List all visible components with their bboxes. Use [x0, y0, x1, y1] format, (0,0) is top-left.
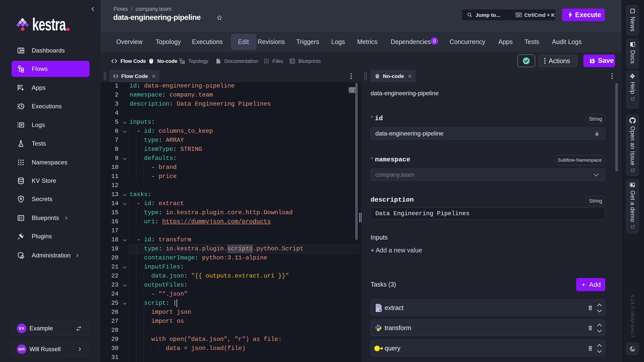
svg-text:HTTP: HTTP: [376, 305, 381, 307]
